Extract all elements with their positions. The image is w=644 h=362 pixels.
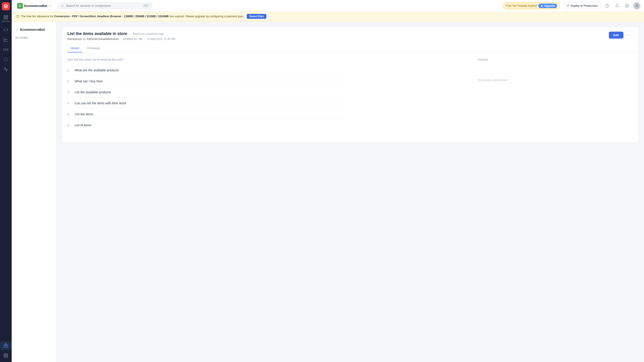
- content-area: EcommerceBot Actions List the items avai…: [12, 21, 644, 362]
- item-text-3: List the available products: [74, 90, 111, 94]
- search-shortcut: ⌘K: [143, 4, 149, 8]
- icon-rail: Services: [0, 0, 12, 362]
- item-number-2: 2.: [68, 80, 72, 83]
- svg-marker-13: [541, 5, 543, 7]
- invocation-item: 2. What can I buy here: [68, 76, 348, 87]
- svg-rect-9: [6, 354, 8, 355]
- deploy-icon: [566, 4, 569, 8]
- item-number-4: 4.: [68, 102, 72, 105]
- invocation-item: 4. Can you list the items with their sto…: [68, 98, 348, 109]
- bell-icon: [615, 4, 619, 8]
- bot-name: EcommerceBot: [24, 4, 47, 8]
- upgrade-icon: [540, 5, 543, 7]
- item-number-5: 5.: [68, 113, 72, 116]
- invocation-item: 1. What are the available products: [68, 65, 348, 76]
- svg-rect-3: [6, 18, 8, 19]
- more-options-button[interactable]: ···: [625, 32, 633, 39]
- gear-icon: [625, 4, 629, 8]
- svg-point-14: [606, 4, 609, 8]
- sidebar-item-code[interactable]: [0, 26, 12, 34]
- main-panel: List the items available in store Based …: [56, 21, 644, 362]
- item-number-1: 1.: [68, 69, 72, 72]
- svg-rect-1: [6, 16, 8, 17]
- namespace-tag: Namespace ? listtheitemsavailableinstore: [68, 38, 119, 41]
- free-tier-label: Free Tier Partially Expired: [506, 4, 537, 8]
- help-icon: [605, 4, 609, 8]
- services-label: Services: [2, 20, 10, 23]
- action-type-badge: Based on a business logic: [130, 32, 164, 36]
- item-text-6: List of items: [74, 123, 92, 127]
- sidebar-section-title: Actions: [12, 35, 56, 40]
- sidebar-item-flows[interactable]: [0, 65, 12, 74]
- action-header: List the items available in store Based …: [62, 27, 638, 41]
- action-btn-group: Edit ···: [609, 32, 633, 39]
- sidebar: EcommerceBot Actions: [12, 21, 56, 362]
- params-header: Params: [478, 58, 508, 61]
- banner: The free tier allowance for Conversion -…: [12, 12, 644, 21]
- bot-selector[interactable]: E EcommerceBot: [15, 2, 54, 10]
- svg-point-12: [61, 5, 63, 7]
- svg-rect-11: [6, 356, 8, 357]
- nav-right: Free Tier Partially Expired Upgrade Depl…: [503, 2, 640, 10]
- action-meta: Namespace ? listtheitemsavailableinstore…: [68, 38, 609, 41]
- info-icon: [16, 15, 19, 18]
- deploy-button[interactable]: Deploy to Production: [563, 3, 601, 9]
- sidebar-item-analytics[interactable]: [0, 36, 12, 44]
- action-title: List the items available in store Based …: [68, 32, 609, 36]
- back-icon: [15, 28, 19, 32]
- item-text-2: What can I buy here: [74, 79, 103, 83]
- sidebar-item-monitor[interactable]: [0, 45, 12, 54]
- item-text-4: Can you list the items with their stock: [74, 101, 126, 105]
- params-col: Params No params associated.: [478, 58, 508, 82]
- invocations-header: How will this action be invoked by the u…: [68, 58, 348, 61]
- svg-point-4: [5, 49, 6, 50]
- search-input[interactable]: [66, 4, 141, 8]
- svg-rect-10: [4, 356, 6, 357]
- user-avatar[interactable]: [633, 2, 640, 10]
- sidebar-item-services[interactable]: Services: [0, 13, 12, 24]
- chevron-down-icon: [48, 4, 52, 8]
- item-text-1: What are the available products: [74, 68, 119, 72]
- top-nav: E EcommerceBot ⌘K Free Tier Partially Ex…: [12, 0, 644, 12]
- params-section: Params No params associated.: [353, 58, 633, 137]
- select-plan-button[interactable]: Select Plan: [247, 14, 266, 19]
- invocation-item: 3. List the available products: [68, 87, 348, 98]
- no-params-label: No params associated.: [478, 78, 508, 82]
- invocation-item: 6. List of items: [68, 120, 348, 131]
- item-text-5: List the items: [74, 112, 93, 116]
- svg-point-16: [636, 5, 637, 6]
- tab-model[interactable]: Model: [68, 44, 82, 53]
- content-grid: How will this action be invoked by the u…: [62, 53, 638, 142]
- banner-text: The free tier allowance for Conversion -…: [21, 15, 244, 18]
- action-title-area: List the items available in store Based …: [68, 32, 609, 41]
- bot-avatar: E: [17, 3, 23, 9]
- search-icon: [61, 4, 64, 8]
- svg-rect-0: [4, 16, 6, 17]
- svg-point-6: [5, 346, 6, 346]
- invocations-section: How will this action be invoked by the u…: [68, 58, 348, 137]
- back-link[interactable]: EcommerceBot: [12, 26, 56, 35]
- svg-point-7: [6, 346, 7, 346]
- sidebar-item-bot[interactable]: [0, 341, 12, 350]
- svg-point-15: [626, 5, 628, 6]
- tab-followups[interactable]: Followups: [83, 44, 104, 53]
- upgrade-button[interactable]: Upgrade: [538, 4, 557, 8]
- sidebar-item-integrations[interactable]: [0, 55, 12, 64]
- svg-rect-5: [4, 345, 8, 347]
- search-bar[interactable]: ⌘K: [58, 3, 152, 9]
- notifications-button[interactable]: [614, 2, 621, 10]
- settings-button[interactable]: [624, 2, 630, 10]
- free-tier-badge: Free Tier Partially Expired Upgrade: [503, 3, 560, 9]
- help-button[interactable]: [604, 2, 611, 10]
- item-number-6: 6.: [68, 124, 72, 127]
- svg-rect-2: [4, 18, 6, 19]
- tabs-bar: Model Followups: [62, 44, 638, 53]
- namespace-info-icon: ?: [83, 38, 86, 41]
- svg-rect-8: [4, 354, 6, 355]
- item-number-3: 3.: [68, 91, 72, 94]
- invocation-list: 1. What are the available products 2. Wh…: [68, 65, 348, 131]
- action-card: List the items available in store Based …: [62, 27, 638, 142]
- edit-button[interactable]: Edit: [609, 32, 624, 39]
- back-label: EcommerceBot: [20, 28, 45, 32]
- sidebar-item-grid[interactable]: [0, 351, 12, 360]
